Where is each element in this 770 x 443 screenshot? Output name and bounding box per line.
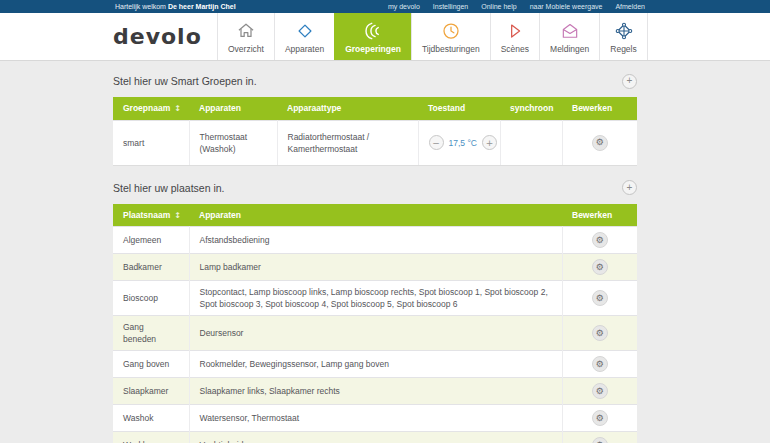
edit-place-button[interactable]: ⚙ bbox=[592, 290, 608, 306]
rules-icon bbox=[614, 21, 634, 41]
devolo-logo: devolo bbox=[113, 13, 217, 60]
table-row: BadkamerLamp badkamer⚙ bbox=[113, 254, 637, 281]
table-row: smart Thermostaat (Washok) Radiatortherm… bbox=[113, 120, 637, 165]
groups-table: Groepnaam↕ Apparaten Apparaattype Toesta… bbox=[113, 97, 637, 166]
tab-overzicht[interactable]: Overzicht bbox=[217, 13, 274, 60]
top-link-afmelden[interactable]: Afmelden bbox=[615, 3, 645, 10]
groups-section-header: Stel hier uw Smart Groepen in. + bbox=[113, 73, 637, 89]
places-table-header-row: Plaatsnaam↕ Apparaten Bewerken bbox=[113, 204, 637, 227]
tab-apparaten[interactable]: Apparaten bbox=[274, 13, 334, 60]
user-name: De heer Martijn Chel bbox=[168, 3, 236, 10]
top-link-my-devolo[interactable]: my devolo bbox=[388, 3, 420, 10]
welcome-message: Hartelijk welkom De heer Martijn Chel bbox=[115, 3, 236, 10]
tab-label: Overzicht bbox=[228, 44, 264, 54]
temp-decrease-button[interactable]: − bbox=[429, 135, 444, 150]
tab-label: Groeperingen bbox=[345, 44, 401, 54]
place-name: Gang boven bbox=[113, 351, 189, 378]
place-name: Badkamer bbox=[113, 254, 189, 281]
place-edit-cell: ⚙ bbox=[562, 316, 637, 351]
edit-place-button[interactable]: ⚙ bbox=[592, 383, 608, 399]
top-status-bar: Hartelijk welkom De heer Martijn Chel my… bbox=[0, 0, 770, 13]
places-table-body: AlgemeenAfstandsbediening⚙BadkamerLamp b… bbox=[113, 227, 637, 443]
groups-table-header-row: Groepnaam↕ Apparaten Apparaattype Toesta… bbox=[113, 97, 637, 120]
gear-icon: ⚙ bbox=[596, 359, 604, 369]
places-table: Plaatsnaam↕ Apparaten Bewerken AlgemeenA… bbox=[113, 204, 637, 443]
main-navigation: devolo OverzichtApparatenGroeperingenTij… bbox=[0, 13, 770, 61]
groups-icon bbox=[363, 21, 383, 41]
place-devices: Lamp badkamer bbox=[189, 254, 562, 281]
place-name: Algemeen bbox=[113, 227, 189, 254]
tab-regels[interactable]: Regels bbox=[599, 13, 647, 60]
gear-icon: ⚙ bbox=[596, 386, 604, 396]
gear-icon: ⚙ bbox=[596, 328, 604, 338]
header-apparaten: Apparaten bbox=[189, 204, 562, 227]
tab-groeperingen[interactable]: Groeperingen bbox=[334, 13, 411, 60]
header-plaatsnaam[interactable]: Plaatsnaam↕ bbox=[113, 204, 189, 227]
gear-icon: ⚙ bbox=[596, 262, 604, 272]
place-edit-cell: ⚙ bbox=[562, 405, 637, 432]
group-edit-cell: ⚙ bbox=[562, 120, 637, 165]
edit-group-button[interactable]: ⚙ bbox=[592, 135, 608, 151]
place-devices: Watersensor, Thermostaat bbox=[189, 405, 562, 432]
add-place-button[interactable]: + bbox=[622, 180, 637, 195]
group-synchroon-cell bbox=[500, 120, 562, 165]
edit-place-button[interactable]: ⚙ bbox=[592, 410, 608, 426]
place-edit-cell: ⚙ bbox=[562, 378, 637, 405]
envelope-icon bbox=[560, 21, 580, 41]
top-link-instellingen[interactable]: Instellingen bbox=[433, 3, 468, 10]
add-group-button[interactable]: + bbox=[622, 74, 637, 89]
place-name: Gang beneden bbox=[113, 316, 189, 351]
group-name: smart bbox=[113, 120, 189, 165]
place-devices: Rookmelder, Bewegingssensor, Lamp gang b… bbox=[189, 351, 562, 378]
edit-place-button[interactable]: ⚙ bbox=[592, 356, 608, 372]
header-bewerken: Bewerken bbox=[562, 97, 637, 120]
play-icon bbox=[505, 21, 525, 41]
table-row: Gang bovenRookmelder, Bewegingssensor, L… bbox=[113, 351, 637, 378]
top-link-online-help[interactable]: Online help bbox=[481, 3, 516, 10]
place-edit-cell: ⚙ bbox=[562, 281, 637, 316]
tab-label: Meldingen bbox=[550, 44, 589, 54]
header-apparaattype: Apparaattype bbox=[277, 97, 418, 120]
table-row: Gang benedenDeursensor⚙ bbox=[113, 316, 637, 351]
edit-place-button[interactable]: ⚙ bbox=[592, 259, 608, 275]
place-name: Slaapkamer bbox=[113, 378, 189, 405]
top-link-naar-mobiele-weergave[interactable]: naar Mobiele weergave bbox=[530, 3, 603, 10]
tab-scnes[interactable]: Scènes bbox=[490, 13, 539, 60]
tab-tijdbesturingen[interactable]: Tijdbesturingen bbox=[411, 13, 490, 60]
place-edit-cell: ⚙ bbox=[562, 227, 637, 254]
edit-place-button[interactable]: ⚙ bbox=[592, 437, 608, 443]
edit-place-button[interactable]: ⚙ bbox=[592, 325, 608, 341]
groups-section-title: Stel hier uw Smart Groepen in. bbox=[113, 75, 257, 87]
place-edit-cell: ⚙ bbox=[562, 432, 637, 443]
place-edit-cell: ⚙ bbox=[562, 351, 637, 378]
temp-increase-button[interactable]: + bbox=[482, 135, 497, 150]
places-section-title: Stel hier uw plaatsen in. bbox=[113, 182, 224, 194]
edit-place-button[interactable]: ⚙ bbox=[592, 232, 608, 248]
group-devices: Thermostaat (Washok) bbox=[189, 120, 277, 165]
place-name: Werkkamer bbox=[113, 432, 189, 443]
table-row: WerkkamerVochtigheidssensor⚙ bbox=[113, 432, 637, 443]
main-content: Stel hier uw Smart Groepen in. + Groepna… bbox=[0, 61, 637, 443]
table-row: AlgemeenAfstandsbediening⚙ bbox=[113, 227, 637, 254]
tab-label: Tijdbesturingen bbox=[422, 44, 480, 54]
group-device-type: Radiatorthermostaat / Kamerthermostaat bbox=[277, 120, 418, 165]
sort-icon[interactable]: ↕ bbox=[174, 104, 181, 113]
header-bewerken: Bewerken bbox=[562, 204, 637, 227]
gear-icon: ⚙ bbox=[596, 413, 604, 423]
header-groepnaam[interactable]: Groepnaam↕ bbox=[113, 97, 189, 120]
place-devices: Afstandsbediening bbox=[189, 227, 562, 254]
place-devices: Vochtigheidssensor bbox=[189, 432, 562, 443]
gear-icon: ⚙ bbox=[596, 293, 604, 303]
temperature-value: 17,5 °C bbox=[449, 137, 477, 149]
places-section-header: Stel hier uw plaatsen in. + bbox=[113, 180, 637, 196]
tab-meldingen[interactable]: Meldingen bbox=[539, 13, 599, 60]
table-row: SlaapkamerSlaapkamer links, Slaapkamer r… bbox=[113, 378, 637, 405]
header-toestand: Toestand bbox=[418, 97, 500, 120]
gear-icon: ⚙ bbox=[596, 440, 604, 443]
place-name: Washok bbox=[113, 405, 189, 432]
top-links: my devoloInstellingenOnline helpnaar Mob… bbox=[388, 3, 645, 10]
place-name: Bioscoop bbox=[113, 281, 189, 316]
sort-icon[interactable]: ↕ bbox=[174, 211, 181, 220]
place-devices: Deursensor bbox=[189, 316, 562, 351]
clock-icon bbox=[441, 21, 461, 41]
